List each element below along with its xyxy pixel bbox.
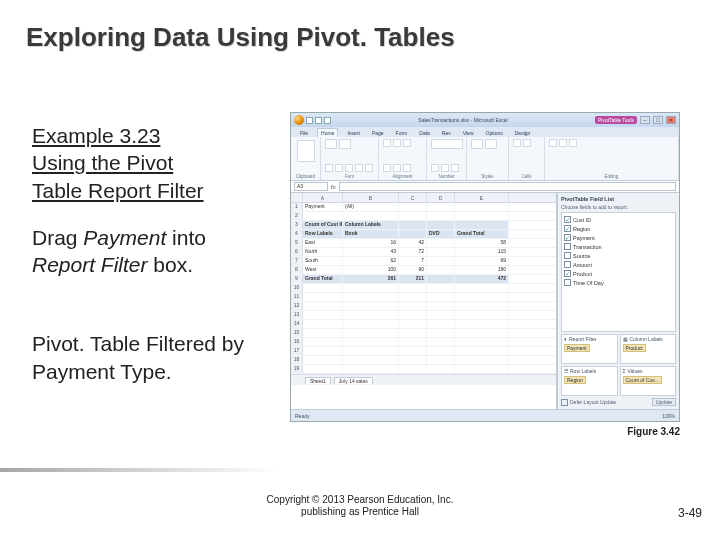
minimize-button: – xyxy=(640,116,650,124)
row-12: 12 xyxy=(291,302,556,311)
field-label: Region xyxy=(573,226,590,232)
area-label: Column Labels xyxy=(630,336,663,342)
col-E: E xyxy=(455,193,509,202)
row-10: 10 xyxy=(291,284,556,293)
wrap-icon xyxy=(403,164,411,172)
row-west: West xyxy=(303,266,343,274)
field-label: Cust ID xyxy=(573,217,591,223)
cell: 261 xyxy=(343,275,399,283)
cell: 72 xyxy=(399,248,427,256)
paste-icon xyxy=(297,140,315,162)
maximize-button: □ xyxy=(653,116,663,124)
fieldlist-sub: Choose fields to add to report: xyxy=(561,204,676,210)
column-labels: Column Labels xyxy=(343,221,399,229)
filtered-text: Pivot. Table Filtered by Payment Type. xyxy=(32,330,272,385)
group-label: Font xyxy=(321,174,378,179)
ribbon-group-editing: Editing xyxy=(545,137,679,180)
cond-format-icon xyxy=(471,139,483,149)
align-icon xyxy=(383,139,391,147)
field-region: Region xyxy=(564,224,673,233)
checkbox-icon xyxy=(564,252,571,259)
number-format-icon xyxy=(431,139,463,149)
row-7: 7South62769 xyxy=(291,257,556,266)
name-box: A3 xyxy=(294,182,328,191)
row-north: North xyxy=(303,248,343,256)
row-18: 18 xyxy=(291,356,556,365)
excel-screenshot: SalesTransactions.xlsx - Microsoft Excel… xyxy=(290,112,680,422)
checkbox-icon xyxy=(564,216,571,223)
cell: 69 xyxy=(455,257,509,265)
defer-label: Defer Layout Update xyxy=(570,399,616,405)
ribbon-group-clipboard: Clipboard xyxy=(291,137,321,180)
qat-save-icon xyxy=(306,117,313,124)
find-icon xyxy=(569,139,577,147)
sum-icon xyxy=(549,139,557,147)
area-label: Values xyxy=(628,368,643,374)
font-name-icon xyxy=(325,139,337,149)
fx-icon: fx xyxy=(331,184,336,190)
tab-data: Data xyxy=(416,129,433,137)
qat-undo-icon xyxy=(315,117,322,124)
group-label: Clipboard xyxy=(291,174,320,179)
group-label: Number xyxy=(427,174,466,179)
tab-formulas: Form xyxy=(393,129,411,137)
border-icon xyxy=(355,164,363,172)
ribbon-tabs: File Home Insert Page Form Data Rev View… xyxy=(291,127,679,137)
cat-dvd: DVD xyxy=(427,230,455,238)
align-icon xyxy=(383,164,391,172)
worksheet-area: A B C D E 1Payment(All) 2 3Count of Cust… xyxy=(291,193,679,409)
tab-home: Home xyxy=(317,128,338,137)
qat-redo-icon xyxy=(324,117,331,124)
example-heading: Example 3.23 Using the Pivot Table Repor… xyxy=(32,122,272,204)
row-14: 14 xyxy=(291,320,556,329)
columns-icon: ▦ xyxy=(623,336,628,342)
checkbox-icon xyxy=(564,234,571,241)
field-label: Transaction xyxy=(573,244,602,250)
area-label: Row Labels xyxy=(570,368,596,374)
group-label: Editing xyxy=(545,174,678,179)
align-icon xyxy=(393,139,401,147)
area-label: Report Filter xyxy=(569,336,597,342)
row-19: 19 xyxy=(291,365,556,374)
italic-icon xyxy=(335,164,343,172)
cat-book: Book xyxy=(343,230,399,238)
ribbon: Clipboard Font Alignment Number Styles C… xyxy=(291,137,679,181)
page-number: 3-49 xyxy=(678,506,702,520)
cell: 43 xyxy=(343,248,399,256)
font-size-icon xyxy=(339,139,351,149)
area-item-payment: Payment xyxy=(564,344,590,352)
contextual-tab: PivotTable Tools xyxy=(595,116,637,124)
cell: 100 xyxy=(343,266,399,274)
status-ready: Ready xyxy=(295,413,309,419)
align-icon xyxy=(403,139,411,147)
column-headers: A B C D E xyxy=(291,193,556,203)
ribbon-group-alignment: Alignment xyxy=(379,137,427,180)
defer-update: Defer Layout Update Update xyxy=(561,398,676,406)
row-2: 2 xyxy=(291,212,556,221)
instr-box: Report Filter xyxy=(32,253,148,276)
row-3: 3Count of Cust IDColumn Labels xyxy=(291,221,556,230)
currency-icon xyxy=(431,164,439,172)
insert-icon xyxy=(513,139,521,147)
cell: 7 xyxy=(399,257,427,265)
field-label: Time Of Day xyxy=(573,280,604,286)
instr-suffix: box. xyxy=(148,253,194,276)
area-values: ΣValues Count of Cus... xyxy=(620,366,677,396)
filter-icon: ▾ xyxy=(564,336,567,342)
group-label: Cells xyxy=(509,174,544,179)
sort-icon xyxy=(559,139,567,147)
checkbox-icon xyxy=(561,399,568,406)
row-11: 11 xyxy=(291,293,556,302)
body-column: Example 3.23 Using the Pivot Table Repor… xyxy=(32,122,272,385)
cell: 472 xyxy=(455,275,509,283)
fieldlist-title: PivotTable Field List xyxy=(561,196,676,202)
filter-field: Payment xyxy=(303,203,343,211)
tab-insert: Insert xyxy=(344,129,363,137)
update-button: Update xyxy=(652,398,676,406)
align-icon xyxy=(393,164,401,172)
area-column-labels: ▦Column Labels Product xyxy=(620,334,677,364)
cell: 115 xyxy=(455,248,509,256)
sheet-tab: July 14 sales xyxy=(334,377,373,384)
tab-view: View xyxy=(460,129,477,137)
row-labels: Row Labels xyxy=(303,230,343,238)
